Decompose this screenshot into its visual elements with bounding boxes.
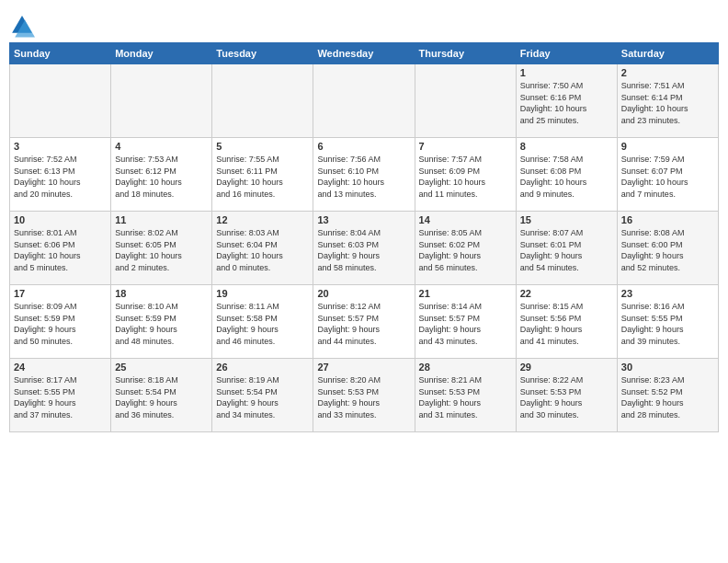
page-header (9, 9, 719, 39)
day-number: 22 (520, 288, 613, 299)
day-info: Sunrise: 7:53 AM Sunset: 6:12 PM Dayligh… (115, 154, 208, 200)
calendar-header-row: SundayMondayTuesdayWednesdayThursdayFrid… (10, 43, 719, 64)
day-number: 10 (14, 214, 107, 225)
logo-icon (9, 13, 35, 39)
calendar-day-cell: 21Sunrise: 8:14 AM Sunset: 5:57 PM Dayli… (415, 285, 516, 359)
day-number: 30 (621, 362, 714, 373)
calendar-day-cell: 30Sunrise: 8:23 AM Sunset: 5:52 PM Dayli… (617, 359, 718, 432)
weekday-header: Saturday (617, 43, 718, 64)
calendar-day-cell: 29Sunrise: 8:22 AM Sunset: 5:53 PM Dayli… (516, 359, 617, 432)
day-info: Sunrise: 8:10 AM Sunset: 5:59 PM Dayligh… (115, 301, 208, 347)
day-info: Sunrise: 7:51 AM Sunset: 6:14 PM Dayligh… (621, 80, 714, 126)
day-number: 26 (216, 362, 309, 373)
day-number: 24 (14, 362, 107, 373)
weekday-header: Thursday (415, 43, 516, 64)
day-info: Sunrise: 7:52 AM Sunset: 6:13 PM Dayligh… (14, 154, 107, 200)
day-number: 27 (317, 362, 410, 373)
calendar-day-cell: 19Sunrise: 8:11 AM Sunset: 5:58 PM Dayli… (212, 285, 313, 359)
day-info: Sunrise: 8:23 AM Sunset: 5:52 PM Dayligh… (621, 374, 714, 420)
day-number: 8 (520, 141, 613, 152)
day-number: 1 (520, 67, 613, 78)
day-number: 28 (419, 362, 512, 373)
weekday-header: Friday (516, 43, 617, 64)
calendar-day-cell: 3Sunrise: 7:52 AM Sunset: 6:13 PM Daylig… (10, 138, 111, 212)
day-info: Sunrise: 8:15 AM Sunset: 5:56 PM Dayligh… (520, 301, 613, 347)
calendar-day-cell: 28Sunrise: 8:21 AM Sunset: 5:53 PM Dayli… (415, 359, 516, 432)
day-info: Sunrise: 7:57 AM Sunset: 6:09 PM Dayligh… (419, 154, 512, 200)
day-info: Sunrise: 8:02 AM Sunset: 6:05 PM Dayligh… (115, 227, 208, 273)
calendar-week-row: 1Sunrise: 7:50 AM Sunset: 6:16 PM Daylig… (10, 64, 719, 138)
day-info: Sunrise: 7:58 AM Sunset: 6:08 PM Dayligh… (520, 154, 613, 200)
day-info: Sunrise: 8:18 AM Sunset: 5:54 PM Dayligh… (115, 374, 208, 420)
calendar-week-row: 17Sunrise: 8:09 AM Sunset: 5:59 PM Dayli… (10, 285, 719, 359)
calendar-day-cell: 1Sunrise: 7:50 AM Sunset: 6:16 PM Daylig… (516, 64, 617, 138)
day-number: 12 (216, 214, 309, 225)
calendar-week-row: 10Sunrise: 8:01 AM Sunset: 6:06 PM Dayli… (10, 212, 719, 285)
day-number: 25 (115, 362, 208, 373)
day-number: 23 (621, 288, 714, 299)
calendar-day-cell: 14Sunrise: 8:05 AM Sunset: 6:02 PM Dayli… (415, 212, 516, 285)
calendar-table: SundayMondayTuesdayWednesdayThursdayFrid… (9, 42, 719, 432)
calendar-day-cell: 4Sunrise: 7:53 AM Sunset: 6:12 PM Daylig… (111, 138, 212, 212)
day-info: Sunrise: 8:08 AM Sunset: 6:00 PM Dayligh… (621, 227, 714, 273)
calendar-day-cell (10, 64, 111, 138)
calendar-day-cell: 18Sunrise: 8:10 AM Sunset: 5:59 PM Dayli… (111, 285, 212, 359)
calendar-day-cell: 10Sunrise: 8:01 AM Sunset: 6:06 PM Dayli… (10, 212, 111, 285)
day-number: 17 (14, 288, 107, 299)
day-info: Sunrise: 8:14 AM Sunset: 5:57 PM Dayligh… (419, 301, 512, 347)
day-info: Sunrise: 8:16 AM Sunset: 5:55 PM Dayligh… (621, 301, 714, 347)
calendar-week-row: 3Sunrise: 7:52 AM Sunset: 6:13 PM Daylig… (10, 138, 719, 212)
day-info: Sunrise: 8:21 AM Sunset: 5:53 PM Dayligh… (419, 374, 512, 420)
day-number: 18 (115, 288, 208, 299)
day-number: 11 (115, 214, 208, 225)
day-info: Sunrise: 8:05 AM Sunset: 6:02 PM Dayligh… (419, 227, 512, 273)
calendar-day-cell: 2Sunrise: 7:51 AM Sunset: 6:14 PM Daylig… (617, 64, 718, 138)
calendar-day-cell (313, 64, 415, 138)
calendar-day-cell: 8Sunrise: 7:58 AM Sunset: 6:08 PM Daylig… (516, 138, 617, 212)
day-info: Sunrise: 8:11 AM Sunset: 5:58 PM Dayligh… (216, 301, 309, 347)
calendar-day-cell: 5Sunrise: 7:55 AM Sunset: 6:11 PM Daylig… (212, 138, 313, 212)
day-number: 5 (216, 141, 309, 152)
calendar-day-cell: 9Sunrise: 7:59 AM Sunset: 6:07 PM Daylig… (617, 138, 718, 212)
day-info: Sunrise: 8:20 AM Sunset: 5:53 PM Dayligh… (317, 374, 410, 420)
calendar-day-cell (212, 64, 313, 138)
calendar-day-cell (111, 64, 212, 138)
day-info: Sunrise: 8:19 AM Sunset: 5:54 PM Dayligh… (216, 374, 309, 420)
calendar-week-row: 24Sunrise: 8:17 AM Sunset: 5:55 PM Dayli… (10, 359, 719, 432)
calendar-day-cell: 12Sunrise: 8:03 AM Sunset: 6:04 PM Dayli… (212, 212, 313, 285)
calendar-day-cell: 25Sunrise: 8:18 AM Sunset: 5:54 PM Dayli… (111, 359, 212, 432)
day-info: Sunrise: 8:09 AM Sunset: 5:59 PM Dayligh… (14, 301, 107, 347)
day-info: Sunrise: 8:12 AM Sunset: 5:57 PM Dayligh… (317, 301, 410, 347)
weekday-header: Wednesday (313, 43, 415, 64)
day-number: 9 (621, 141, 714, 152)
calendar-day-cell: 16Sunrise: 8:08 AM Sunset: 6:00 PM Dayli… (617, 212, 718, 285)
logo (9, 13, 39, 39)
weekday-header: Monday (111, 43, 212, 64)
calendar-day-cell: 17Sunrise: 8:09 AM Sunset: 5:59 PM Dayli… (10, 285, 111, 359)
day-number: 13 (317, 214, 410, 225)
day-info: Sunrise: 7:59 AM Sunset: 6:07 PM Dayligh… (621, 154, 714, 200)
calendar-body: 1Sunrise: 7:50 AM Sunset: 6:16 PM Daylig… (10, 64, 719, 432)
day-info: Sunrise: 8:03 AM Sunset: 6:04 PM Dayligh… (216, 227, 309, 273)
day-number: 2 (621, 67, 714, 78)
calendar-day-cell: 22Sunrise: 8:15 AM Sunset: 5:56 PM Dayli… (516, 285, 617, 359)
calendar-day-cell: 13Sunrise: 8:04 AM Sunset: 6:03 PM Dayli… (313, 212, 415, 285)
calendar-day-cell: 15Sunrise: 8:07 AM Sunset: 6:01 PM Dayli… (516, 212, 617, 285)
calendar-day-cell: 20Sunrise: 8:12 AM Sunset: 5:57 PM Dayli… (313, 285, 415, 359)
day-info: Sunrise: 7:55 AM Sunset: 6:11 PM Dayligh… (216, 154, 309, 200)
day-number: 14 (419, 214, 512, 225)
calendar-day-cell: 6Sunrise: 7:56 AM Sunset: 6:10 PM Daylig… (313, 138, 415, 212)
day-info: Sunrise: 8:17 AM Sunset: 5:55 PM Dayligh… (14, 374, 107, 420)
calendar-day-cell: 26Sunrise: 8:19 AM Sunset: 5:54 PM Dayli… (212, 359, 313, 432)
calendar-day-cell (415, 64, 516, 138)
day-number: 20 (317, 288, 410, 299)
day-number: 3 (14, 141, 107, 152)
day-number: 6 (317, 141, 410, 152)
weekday-header: Sunday (10, 43, 111, 64)
day-number: 7 (419, 141, 512, 152)
day-number: 21 (419, 288, 512, 299)
day-info: Sunrise: 8:22 AM Sunset: 5:53 PM Dayligh… (520, 374, 613, 420)
day-number: 29 (520, 362, 613, 373)
day-number: 16 (621, 214, 714, 225)
calendar-day-cell: 27Sunrise: 8:20 AM Sunset: 5:53 PM Dayli… (313, 359, 415, 432)
